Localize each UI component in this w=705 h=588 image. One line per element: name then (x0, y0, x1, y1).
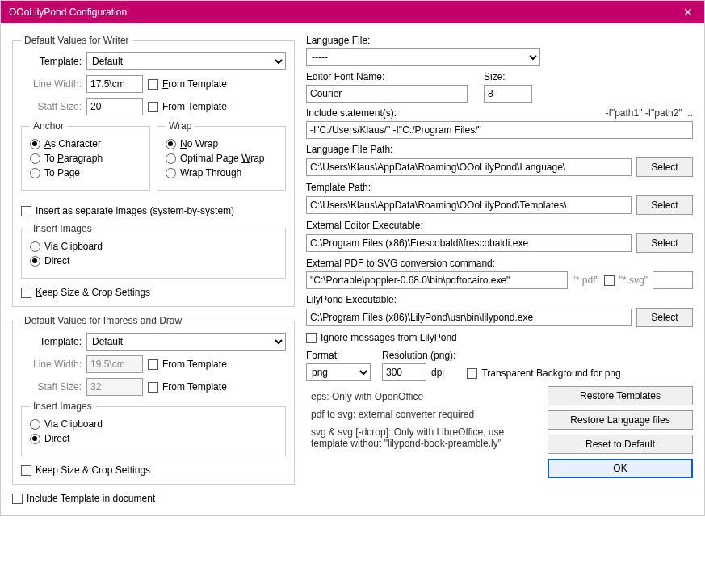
lily-input[interactable] (306, 309, 632, 326)
reset-default-button[interactable]: Reset to Default (548, 435, 693, 454)
impress-linewidth-input (86, 355, 143, 373)
impress-keep-size-check[interactable] (21, 465, 31, 476)
impress-insert-images-legend: Insert Images (30, 401, 95, 412)
note-pdf: pdf to svg: external converter required (306, 409, 548, 420)
writer-linewidth-from-template-check[interactable] (148, 79, 158, 90)
writer-linewidth-input[interactable] (86, 75, 143, 93)
template-label: Template: (21, 56, 82, 67)
lang-file-label: Language File: (306, 35, 693, 46)
transparent-check[interactable] (467, 368, 477, 379)
writer-defaults-group: Default Values for Writer Template: Defa… (12, 35, 295, 307)
res-input[interactable] (382, 363, 426, 381)
pdf-ext2: "*.svg" (619, 275, 648, 286)
lily-label: LilyPond Executable: (306, 294, 693, 305)
wrap-no-wrap-radio[interactable] (166, 139, 176, 149)
from-template-label-2: From Template (162, 101, 227, 112)
anchor-legend: Anchor (30, 120, 67, 132)
tmpl-path-select-button[interactable]: Select (636, 195, 693, 215)
lang-path-label: Language File Path: (306, 144, 693, 155)
anchor-to-page-radio[interactable] (30, 168, 40, 178)
impress-insert-images-group: Insert Images Via Clipboard Direct (21, 401, 286, 456)
staffsize-label: Staff Size: (21, 101, 82, 112)
writer-via-clipboard-radio[interactable] (30, 242, 40, 252)
pdf-label: External PDF to SVG conversion command: (306, 258, 693, 269)
lang-path-select-button[interactable]: Select (636, 158, 693, 177)
format-label: Format: (306, 350, 371, 361)
wrap-legend: Wrap (166, 120, 195, 132)
titlebar: OOoLilyPond Configuration ✕ (1, 1, 704, 23)
editor-input[interactable] (306, 234, 632, 252)
pdf-ext1: "*.pdf" (573, 275, 599, 286)
writer-template-select[interactable]: Default (86, 52, 286, 70)
impress-via-clipboard-radio[interactable] (30, 419, 40, 430)
tmpl-path-input[interactable] (306, 196, 632, 214)
size-label: Size: (484, 71, 532, 82)
include-template-check[interactable] (12, 494, 23, 504)
ok-button[interactable]: OK (548, 459, 693, 478)
pdf-input[interactable] (306, 271, 568, 289)
lily-select-button[interactable]: Select (636, 308, 693, 327)
size-input[interactable] (484, 85, 532, 103)
restore-language-button[interactable]: Restore Language files (548, 410, 693, 430)
include-label: Include statement(s): (306, 107, 397, 119)
writer-staffsize-input[interactable] (86, 98, 143, 116)
writer-keep-size-check[interactable] (21, 288, 31, 298)
linewidth-label: Line Width: (21, 78, 82, 90)
font-label: Editor Font Name: (306, 71, 468, 82)
insert-separate-check[interactable] (21, 206, 31, 216)
impress-staffsize-from-template-check[interactable] (148, 382, 158, 393)
font-input[interactable] (306, 85, 468, 103)
res-label: Resolution (png): (382, 350, 455, 361)
insert-images-legend: Insert Images (30, 223, 95, 234)
editor-select-button[interactable]: Select (636, 233, 693, 253)
from-template-label: From Template (162, 78, 227, 90)
dpi-label: dpi (431, 367, 444, 378)
window-title: OOoLilyPond Configuration (9, 6, 127, 18)
include-input[interactable] (306, 121, 693, 139)
impress-legend: Default Values for Impress and Draw (21, 315, 185, 326)
note-eps: eps: Only with OpenOffice (306, 391, 548, 402)
lang-path-input[interactable] (306, 158, 632, 176)
impress-template-label: Template: (21, 336, 82, 347)
ignore-msgs-check[interactable] (306, 333, 317, 343)
include-hint: -I"path1" -I"path2" ... (606, 107, 693, 119)
tmpl-path-label: Template Path: (306, 182, 693, 193)
impress-staffsize-label: Staff Size: (21, 381, 82, 393)
impress-linewidth-from-template-check[interactable] (148, 359, 158, 370)
writer-legend: Default Values for Writer (21, 35, 132, 46)
format-select[interactable]: png (306, 363, 371, 381)
wrap-group: Wrap No Wrap Optimal Page Wrap Wrap Thro… (157, 120, 286, 191)
pdf-svg-check[interactable] (604, 275, 615, 286)
wrap-optimal-radio[interactable] (166, 153, 176, 164)
anchor-as-character-radio[interactable] (30, 139, 40, 149)
editor-label: External Editor Executable: (306, 220, 693, 231)
impress-direct-radio[interactable] (30, 434, 40, 444)
writer-staffsize-from-template-check[interactable] (148, 102, 158, 112)
restore-templates-button[interactable]: Restore Templates (548, 386, 693, 405)
note-svg: svg & svg [-dcrop]: Only with LibreOffic… (306, 426, 524, 449)
anchor-to-paragraph-radio[interactable] (30, 153, 40, 164)
insert-separate-label: Insert as separate images (system-by-sys… (36, 205, 234, 216)
writer-direct-radio[interactable] (30, 256, 40, 267)
anchor-group: Anchor As Character To Paragraph To Page (21, 120, 150, 191)
impress-linewidth-label: Line Width: (21, 359, 82, 370)
impress-staffsize-input (86, 378, 143, 396)
impress-defaults-group: Default Values for Impress and Draw Temp… (12, 315, 295, 485)
close-icon[interactable]: ✕ (678, 6, 698, 19)
wrap-through-radio[interactable] (166, 168, 176, 178)
lang-file-select[interactable]: ----- (306, 48, 540, 66)
writer-insert-images-group: Insert Images Via Clipboard Direct (21, 223, 286, 279)
pdf-extra-input[interactable] (653, 271, 693, 289)
impress-template-select[interactable]: Default (86, 333, 286, 351)
